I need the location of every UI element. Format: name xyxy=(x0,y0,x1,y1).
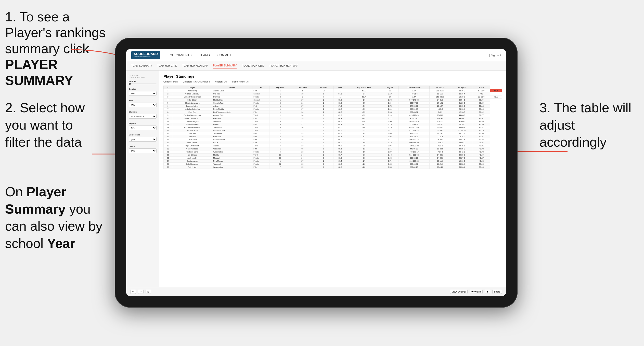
copy-button[interactable]: ⊞ xyxy=(146,290,151,294)
col-no-rds: No. Rds. xyxy=(314,86,333,89)
col-vs-top-50: Vs Top 50 xyxy=(451,86,473,89)
player-select[interactable]: (All) xyxy=(129,148,157,153)
table-area: Player Standings Gender: Men Division: N… xyxy=(159,71,506,287)
col-conf-rank: Conf Rank xyxy=(291,86,314,89)
watch-button[interactable]: 👁 Watch xyxy=(470,290,483,294)
share-button[interactable]: Share xyxy=(492,290,502,294)
tablet-screen: SCOREBOARD Powered by dipp'd TOURNAMENTS… xyxy=(126,49,506,296)
col-vs-top-25: Vs Top 25 xyxy=(429,86,451,89)
table-row[interactable]: 20Matthew RiedelVanderbiltFifth165068.5-… xyxy=(164,147,502,150)
table-row[interactable]: 22Ian GilliganFloridaThird1024168.7-0.81… xyxy=(164,154,502,157)
tablet-device: SCOREBOARD Powered by dipp'd TOURNAMENTS… xyxy=(115,38,518,308)
year-section: Year (All) First Second Third Fourth Fif… xyxy=(129,99,157,107)
col-reg-rank: Reg Rank xyxy=(269,86,291,89)
filter-region: Region: All xyxy=(215,80,227,83)
main-content: Update time: 27/03/2024 16:56:26 No Rds.… xyxy=(126,71,506,287)
table-row[interactable]: 21Taehoon SongWashingtonFourth523169.3-1… xyxy=(164,150,502,154)
sidebar: Update time: 27/03/2024 16:56:26 No Rds.… xyxy=(126,71,159,287)
table-row[interactable]: 2Michael Le SasswOle MissSecond118067.1-… xyxy=(164,92,502,95)
sec-tab-player-summary[interactable]: PLAYER SUMMARY xyxy=(213,63,237,68)
filter-division: Division: NCAA Division I xyxy=(183,80,210,83)
table-row[interactable]: 7Nicholas GabrielchNorth FloridaFourth12… xyxy=(164,108,502,111)
nav-tournaments[interactable]: TOURNAMENTS xyxy=(168,52,191,58)
main-nav: TOURNAMENTS TEAMS COMMITTEE xyxy=(168,52,489,58)
view-original-button[interactable]: View: Original xyxy=(450,290,468,294)
player-standings-table: # Player School Yr Reg Rank Conf Rank No… xyxy=(163,86,502,169)
table-title: Player Standings xyxy=(163,74,502,78)
sec-tab-player-h2h-heatmap[interactable]: PLAYER H2H HEATMAP xyxy=(270,63,298,68)
table-row[interactable]: 11Gordon SargentVanderbiltThird421068.7-… xyxy=(164,120,502,123)
col-points: Points xyxy=(473,86,490,89)
table-row[interactable]: 14Maxwell FordNorth CarolinaThird123068.… xyxy=(164,129,502,132)
table-row[interactable]: 6Jackson KoivunAuburnFirst127667.3-3.12.… xyxy=(164,105,502,108)
secondary-nav: TEAM SUMMARY TEAM H2H GRID TEAM H2H HEAT… xyxy=(126,61,506,71)
table-header-row: # Player School Yr Reg Rank Conf Rank No… xyxy=(164,86,502,89)
division-select[interactable]: NCAA Division I NCAA Division II NCAA Di… xyxy=(129,114,157,119)
region-select[interactable]: N/A All xyxy=(129,126,157,130)
table-row[interactable]: 19Tiger ChristensenArizonaThird523269.2-… xyxy=(164,144,502,147)
col-avg-sg: Avg SG xyxy=(381,86,399,89)
col-overall-record: Overall Record xyxy=(399,86,429,89)
table-row[interactable]: 26Petr HrubyWashingtonFifth725068.6-1.81… xyxy=(164,166,502,169)
table-row[interactable]: 12Brendan ValdesAuburnFifth537068.4-1.11… xyxy=(164,123,502,126)
conference-section: Conference (All) xyxy=(129,134,157,142)
gender-select[interactable]: Men Women xyxy=(129,91,157,96)
table-row[interactable]: 5Christo LamprechtGeorgia TechFourth2212… xyxy=(164,102,502,105)
no-rds-slider[interactable] xyxy=(129,84,157,84)
region-section: Region N/A All xyxy=(129,122,157,130)
no-rds-section: No Rds. xyxy=(129,80,157,84)
table-row[interactable]: 24Bastien AmatNew MexicoFourth127269.4-1… xyxy=(164,160,502,163)
redo-button[interactable]: ↪ xyxy=(138,290,144,294)
col-yr: Yr xyxy=(252,86,269,89)
col-num: # xyxy=(164,86,172,89)
gender-section: Gender Men Women xyxy=(129,88,157,96)
table-row[interactable]: 3Michael ThorbjornsenStanfordFourth28716… xyxy=(164,95,502,99)
table-row[interactable]: 10Jacob Skov OlesenArkansasFifth123068.4… xyxy=(164,117,502,120)
table-row[interactable]: 8Mats EgeEast Tennessee StateFifth124268… xyxy=(164,111,502,114)
toolbar-bottom: ↩ ↪ ⊞ View: Original 👁 Watch ⬇ Share xyxy=(126,287,506,296)
table-row[interactable]: 25Cole SherwoodVanderbiltFourth1223068.3… xyxy=(164,163,502,166)
table-row[interactable]: 18Luke PowellUCLAFirst424168.0-1.81.1350… xyxy=(164,141,502,144)
conference-select[interactable]: (All) xyxy=(129,137,157,142)
filter-conference: Conference: All xyxy=(232,80,249,83)
download-button[interactable]: ⬇ xyxy=(485,290,490,294)
nav-teams[interactable]: TEAMS xyxy=(199,52,210,58)
table-row[interactable]: 9Preston SummerhaysArizona StateThird124… xyxy=(164,114,502,117)
year-select[interactable]: (All) First Second Third Fourth Fifth xyxy=(129,103,157,107)
annotation-mid-left: 2. Select how you want to filter the dat… xyxy=(5,99,102,151)
table-row[interactable]: 4Luke ClatonFlorida StateSecond127268.2-… xyxy=(164,99,502,102)
filter-row: Gender: Men Division: NCAA Division I Re… xyxy=(163,80,502,83)
table-row[interactable]: 23Jack LundinMissouriFourth1124068.6-2.3… xyxy=(164,157,502,160)
sign-out[interactable]: | Sign out xyxy=(489,54,501,57)
filter-gender: Gender: Men xyxy=(163,80,178,83)
player-section: Player (All) xyxy=(129,145,157,153)
col-school: School xyxy=(212,86,252,89)
col-adj-score: Adj. Score to Par xyxy=(347,86,381,89)
update-time: Update time: 27/03/2024 16:56:26 xyxy=(129,75,157,78)
sec-tab-team-summary[interactable]: TEAM SUMMARY xyxy=(131,63,152,68)
app-header: SCOREBOARD Powered by dipp'd TOURNAMENTS… xyxy=(126,49,506,61)
table-row[interactable]: 16Alex GoffKentuckyFifth819068.3-1.71.92… xyxy=(164,135,502,138)
table-row[interactable]: 13Phichaisak MaichonTexas A&MThird630169… xyxy=(164,126,502,129)
division-section: Division NCAA Division I NCAA Division I… xyxy=(129,111,157,119)
annotation-bottom-left: On Player Summary you can also view by s… xyxy=(5,183,107,252)
table-row[interactable]: 15Jake HallTennesseeFifth788168.5-1.51.6… xyxy=(164,132,502,135)
sec-tab-player-h2h-grid[interactable]: PLAYER H2H GRID xyxy=(242,63,264,68)
annotation-right: 3. The table will adjust accordingly xyxy=(539,99,636,151)
col-wins: Wins xyxy=(333,86,347,89)
sec-tab-team-h2h-grid[interactable]: TEAM H2H GRID xyxy=(157,63,177,68)
sec-tab-team-h2h-heatmap[interactable]: TEAM H2H HEATMAP xyxy=(182,63,208,68)
nav-committee[interactable]: COMMITTEE xyxy=(217,52,236,58)
table-row[interactable]: 17David FordNorth CarolinaFifth839069.0-… xyxy=(164,138,502,141)
scoreboard-logo: SCOREBOARD Powered by dipp'd xyxy=(131,51,160,59)
table-row[interactable]: 1Wenyi DingArizona StateFirst1115167.1-3… xyxy=(164,89,502,92)
col-player: Player xyxy=(172,86,212,89)
undo-button[interactable]: ↩ xyxy=(130,290,136,294)
